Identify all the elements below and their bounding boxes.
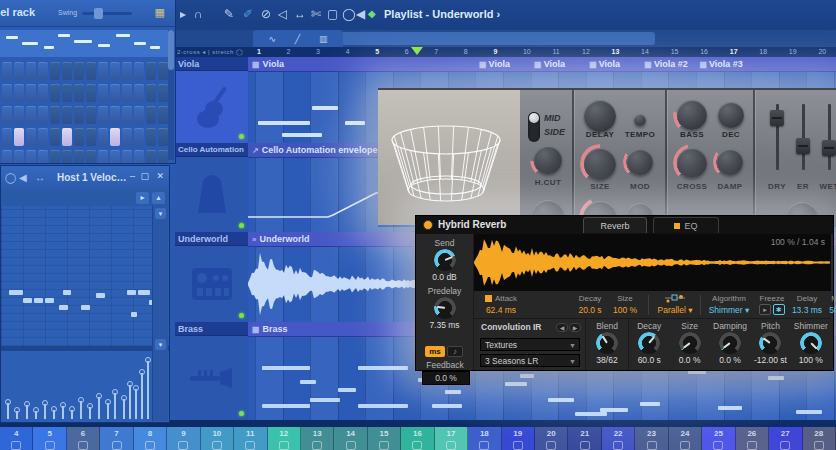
minimize-button[interactable]: – bbox=[130, 171, 135, 181]
mixer-channel[interactable]: 27 bbox=[769, 427, 802, 450]
step-cell[interactable] bbox=[146, 128, 156, 146]
clip-viola-repeat[interactable]: ▦Viola #2 bbox=[640, 57, 695, 72]
knob-dial[interactable] bbox=[596, 332, 618, 354]
track-led[interactable] bbox=[239, 134, 244, 139]
step-cell[interactable] bbox=[146, 62, 156, 80]
step-cell[interactable] bbox=[110, 106, 120, 124]
attack-value[interactable]: 62.4 ms bbox=[474, 305, 528, 315]
step-cell[interactable] bbox=[74, 128, 84, 146]
maximize-button[interactable]: ▢ bbox=[140, 171, 149, 181]
ir-prev-button[interactable]: ◀ bbox=[556, 323, 568, 332]
step-cell[interactable] bbox=[134, 128, 144, 146]
step-cell[interactable] bbox=[122, 150, 132, 163]
mixer-channel[interactable]: 4 bbox=[0, 427, 33, 450]
step-cell[interactable] bbox=[50, 150, 60, 163]
mixer-channel[interactable]: 8 bbox=[134, 427, 167, 450]
clip-viola[interactable]: ▦Viola ▦Viola▦Viola▦Viola▦Viola #2▦Viola… bbox=[248, 57, 836, 72]
scroll-btn[interactable]: ▾ bbox=[155, 339, 166, 350]
hybrid-knob[interactable]: Damping 0.0 % bbox=[710, 319, 750, 370]
mixer-channel[interactable]: 7 bbox=[100, 427, 133, 450]
mixer-channel[interactable]: 21 bbox=[568, 427, 601, 450]
knob-dial[interactable] bbox=[759, 332, 781, 354]
mixer-channel[interactable]: 6 bbox=[67, 427, 100, 450]
step-cell[interactable] bbox=[38, 62, 48, 80]
mixer-channel[interactable]: 5 bbox=[33, 427, 66, 450]
step-cell[interactable] bbox=[158, 106, 168, 124]
step-cell[interactable] bbox=[86, 128, 96, 146]
playlist-menu-icon[interactable]: ◆ bbox=[368, 8, 376, 19]
mixer-channel[interactable]: 24 bbox=[669, 427, 702, 450]
step-cell[interactable] bbox=[122, 84, 132, 102]
predelay-value[interactable]: 7.35 ms bbox=[416, 320, 473, 330]
mod-knob[interactable] bbox=[627, 149, 653, 175]
step-cell[interactable] bbox=[98, 62, 108, 80]
track-led[interactable] bbox=[239, 223, 244, 228]
step-cell[interactable] bbox=[38, 150, 48, 163]
step-cell[interactable] bbox=[86, 106, 96, 124]
velocity-titlebar[interactable]: ◯ ◀ ↔ Host 1 Veloc… – ▢ ✕ bbox=[1, 166, 169, 193]
step-cell[interactable] bbox=[110, 128, 120, 146]
step-cell[interactable] bbox=[50, 62, 60, 80]
bass-knob[interactable] bbox=[677, 100, 707, 130]
er-fader[interactable] bbox=[802, 104, 805, 170]
step-cell[interactable] bbox=[98, 128, 108, 146]
ir-active-icon[interactable] bbox=[485, 295, 492, 302]
clip-viola-repeat[interactable]: ▦Viola bbox=[585, 57, 640, 72]
zoom-icon[interactable]: ◯ bbox=[5, 172, 16, 183]
tab-reverb[interactable]: Reverb bbox=[583, 217, 647, 233]
step-cell[interactable] bbox=[146, 150, 156, 163]
mixer-channel[interactable]: 10 bbox=[201, 427, 234, 450]
track-panel-viola[interactable] bbox=[175, 71, 248, 144]
step-cell[interactable] bbox=[98, 84, 108, 102]
timeline-bar[interactable]: 14 bbox=[639, 47, 669, 57]
clip-viola-repeat[interactable]: ▦Viola bbox=[475, 57, 530, 72]
routing-value[interactable]: Parallel ▾ bbox=[652, 305, 698, 315]
step-cell[interactable] bbox=[74, 62, 84, 80]
timeline-bar[interactable]: 16 bbox=[698, 47, 728, 57]
track-panel-brass[interactable] bbox=[175, 336, 248, 421]
step-cell[interactable] bbox=[62, 128, 72, 146]
wet-fader-thumb[interactable] bbox=[822, 140, 836, 156]
scroll-up-button[interactable]: ▴ bbox=[152, 192, 165, 204]
rack-display-icon[interactable]: ▦ bbox=[155, 6, 165, 19]
scroll-right-button[interactable]: ▸ bbox=[136, 192, 149, 204]
dry-fader-thumb[interactable] bbox=[770, 110, 784, 126]
freeze-in-button[interactable]: ▸ bbox=[759, 304, 771, 315]
algorithm-value[interactable]: Shimmer ▾ bbox=[702, 305, 756, 315]
mixer-channel[interactable]: 19 bbox=[502, 427, 535, 450]
step-cell[interactable] bbox=[122, 128, 132, 146]
ir-next-button[interactable]: ▶ bbox=[569, 323, 581, 332]
timeline-bar[interactable]: 5 bbox=[373, 47, 403, 57]
velocity-lane[interactable] bbox=[1, 351, 151, 419]
ms-mode-button[interactable]: ms bbox=[425, 346, 445, 357]
step-cell[interactable] bbox=[98, 106, 108, 124]
mixer-channel[interactable]: 28 bbox=[803, 427, 836, 450]
mixer-channel[interactable]: 23 bbox=[635, 427, 668, 450]
swing-slider[interactable] bbox=[82, 12, 132, 15]
select-tool-icon[interactable]: ▢ bbox=[327, 7, 338, 21]
step-cell[interactable] bbox=[86, 84, 96, 102]
step-cell[interactable] bbox=[158, 150, 168, 163]
step-cell[interactable] bbox=[2, 84, 12, 102]
brush-tool-icon[interactable]: ✐ bbox=[243, 7, 253, 21]
knob-dial[interactable] bbox=[638, 332, 660, 354]
step-cell[interactable] bbox=[2, 62, 12, 80]
predelay-knob[interactable] bbox=[434, 297, 456, 319]
mixer-channel[interactable]: 15 bbox=[368, 427, 401, 450]
timeline-bar[interactable]: 7 bbox=[432, 47, 462, 57]
mixer-channel[interactable]: 11 bbox=[234, 427, 267, 450]
mute-tool-icon[interactable]: ◁ bbox=[278, 7, 287, 21]
swing-slider-thumb[interactable] bbox=[94, 8, 103, 19]
step-cell[interactable] bbox=[74, 150, 84, 163]
step-cell[interactable] bbox=[2, 150, 12, 163]
step-cell[interactable] bbox=[50, 106, 60, 124]
clip-viola-repeat[interactable]: ▦Viola bbox=[530, 57, 585, 72]
timeline-bar[interactable]: 4 bbox=[344, 47, 374, 57]
dec-knob[interactable] bbox=[718, 102, 744, 128]
pan-icon[interactable]: ↔ bbox=[35, 172, 45, 183]
track-name-brass[interactable]: Brass bbox=[175, 322, 248, 336]
timeline-bar[interactable]: 20 bbox=[816, 47, 836, 57]
playback-tool-icon[interactable]: ◀ bbox=[356, 7, 365, 21]
step-cell[interactable] bbox=[110, 84, 120, 102]
timeline-bar[interactable]: 15 bbox=[669, 47, 699, 57]
